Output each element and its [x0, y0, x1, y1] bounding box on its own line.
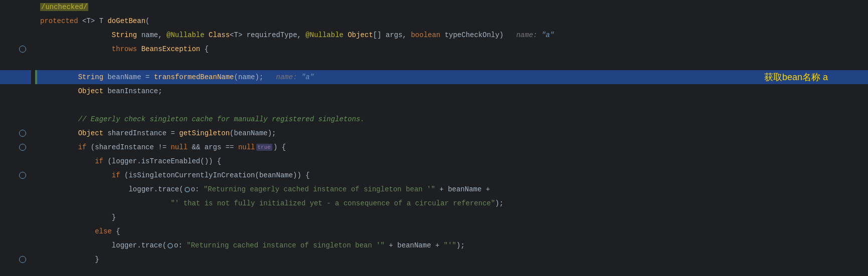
code-line-4: throws BeansException {	[35, 42, 868, 56]
keyword-protected: protected	[40, 17, 78, 25]
gutter-line-7	[0, 84, 31, 98]
code-line-3: String name, @Nullable Class <T> require…	[35, 28, 868, 42]
gutter-icon-11	[19, 144, 26, 151]
gutter-line-16	[0, 210, 31, 224]
gutter-line-4	[0, 42, 31, 56]
code-text: (logger.isTraceEnabled()) {	[103, 157, 221, 165]
gutter-line-12	[0, 154, 31, 168]
code-indent	[40, 129, 78, 137]
code-indent	[40, 199, 170, 207]
type-object: Object	[348, 31, 373, 39]
true-badge: true	[256, 144, 272, 151]
type-class: Class	[209, 31, 230, 39]
code-content: /unchecked/ protected <T> T doGetBean ( …	[35, 0, 868, 276]
gutter-line-15	[0, 196, 31, 210]
code-indent	[40, 31, 112, 39]
keyword-boolean: boolean	[411, 31, 440, 39]
gutter-line-17	[0, 224, 31, 238]
keyword-null2: null	[238, 143, 255, 151]
code-indent	[40, 213, 112, 221]
code-line-18: logger.trace( o: "Returning cached insta…	[35, 238, 868, 252]
code-text: [] args,	[373, 31, 411, 39]
method-getSingleton: getSingleton	[179, 129, 230, 137]
code-line-11: if (sharedInstance != null && args == nu…	[35, 140, 868, 154]
code-editor: /unchecked/ protected <T> T doGetBean ( …	[0, 0, 868, 276]
gutter-line-18	[0, 238, 31, 252]
code-line-9: // Eagerly check singleton cache for man…	[35, 112, 868, 126]
code-text	[343, 31, 348, 39]
annotation-nullable2: @Nullable	[305, 31, 343, 39]
gutter-line-1	[0, 0, 31, 14]
code-text	[205, 31, 209, 39]
code-text: logger.trace(	[128, 185, 183, 193]
circle-icon-o	[184, 187, 191, 192]
type-object2: Object	[78, 87, 103, 95]
code-line-2: protected <T> T doGetBean (	[35, 14, 868, 28]
code-text: (	[145, 17, 149, 25]
code-text: }	[112, 213, 116, 221]
code-text: + beanName +	[435, 185, 490, 193]
debug-green-bar	[35, 70, 37, 84]
keyword-if3: if	[112, 171, 120, 179]
type-object3: Object	[78, 129, 103, 137]
keyword-else: else	[95, 227, 112, 235]
method-transformedBeanName: transformedBeanName	[154, 73, 234, 81]
inline-hint-value-a: "a"	[542, 31, 554, 39]
code-text: (sharedInstance !=	[86, 143, 170, 151]
svg-point-0	[185, 187, 190, 192]
keyword-if: if	[78, 143, 87, 151]
code-text: beanInstance;	[103, 87, 162, 95]
type-string: String	[112, 31, 137, 39]
keyword-if2: if	[95, 157, 103, 165]
code-line-13: if (isSingletonCurrentlyInCreation(beanN…	[35, 168, 868, 182]
code-text: {	[200, 45, 209, 53]
method-doGetBean: doGetBean	[107, 17, 145, 25]
code-text: <T> requiredType,	[230, 31, 305, 39]
suppress-annotation: /unchecked/	[40, 3, 88, 11]
code-indent	[40, 227, 95, 235]
code-indent	[40, 115, 78, 123]
code-line-1: /unchecked/	[35, 0, 868, 14]
inline-hint-value-a2: "a"	[301, 73, 314, 81]
code-line-17: else {	[35, 224, 868, 238]
gutter-line-13	[0, 168, 31, 182]
keyword-throws: throws	[112, 45, 137, 53]
code-line-10: Object sharedInstance = getSingleton (be…	[35, 126, 868, 140]
code-line-5	[35, 56, 868, 70]
code-line-7: Object beanInstance;	[35, 84, 868, 98]
gutter-icon-19	[19, 256, 26, 263]
code-line-12: if (logger.isTraceEnabled()) {	[35, 154, 868, 168]
gutter-icon-13	[19, 172, 26, 179]
code-indent	[40, 171, 112, 179]
gutter-line-6	[0, 70, 31, 84]
gutter-line-11	[0, 140, 31, 154]
gutter-line-3	[0, 28, 31, 42]
code-text: && args ==	[188, 143, 238, 151]
code-line-15: "' that is not fully initialized yet - a…	[35, 196, 868, 210]
code-line-19: }	[35, 252, 868, 266]
comment-eagerly: // Eagerly check singleton cache for man…	[78, 115, 365, 123]
svg-point-1	[168, 243, 172, 248]
code-indent	[40, 157, 95, 165]
code-text: ) {	[273, 143, 286, 151]
code-indent	[40, 87, 78, 95]
string-quote: "'"	[444, 241, 456, 249]
code-text: (isSingletonCurrentlyInCreation(beanName…	[120, 171, 310, 179]
code-indent	[40, 45, 112, 53]
code-line-8	[35, 98, 868, 112]
code-text: o:	[191, 185, 204, 193]
code-indent	[40, 143, 78, 151]
code-text: name,	[137, 31, 166, 39]
code-line-16: }	[35, 210, 868, 224]
code-text: );	[495, 199, 503, 207]
inline-hint-name2: name:	[263, 73, 301, 81]
inline-hint-name: name:	[503, 31, 542, 39]
code-indent	[40, 241, 112, 249]
gutter-line-8	[0, 98, 31, 112]
string-returning-cached: "Returning cached instance of singleton …	[187, 241, 385, 249]
code-text: );	[456, 241, 465, 249]
string-returning-eagerly: "Returning eagerly cached instance of si…	[204, 185, 435, 193]
gutter-line-19	[0, 252, 31, 266]
debug-annotation-bean: 获取bean名称 a	[764, 71, 828, 83]
code-text: typeCheckOnly)	[440, 31, 503, 39]
